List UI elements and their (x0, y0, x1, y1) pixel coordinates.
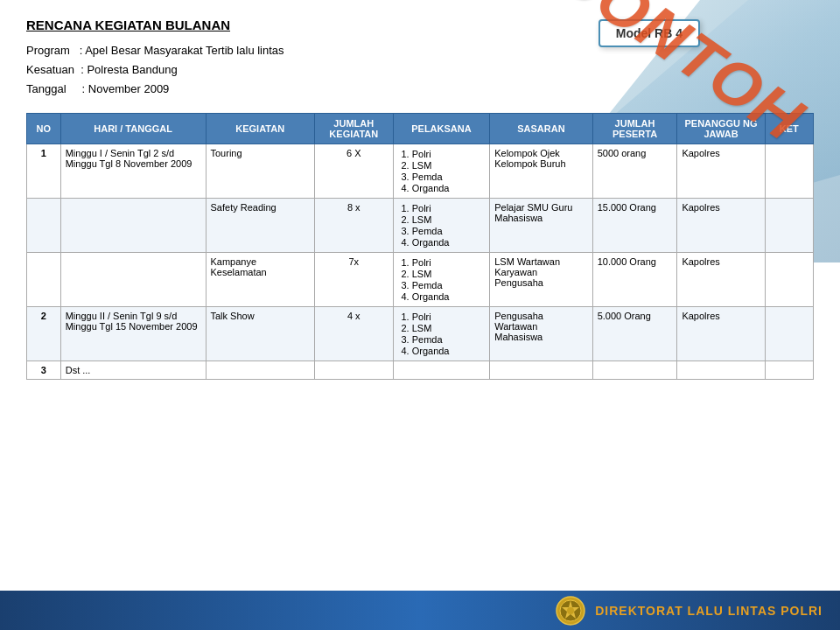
data-table: NO HARI / TANGGAL KEGIATAN JUMLAH KEGIAT… (26, 113, 814, 380)
cell-kegiatan: Safety Reading (206, 199, 314, 253)
cell-penanggung: Kapolres (677, 144, 765, 199)
cell-peserta: 5.000 Orang (592, 307, 677, 361)
cell-no: 3 (27, 361, 61, 380)
police-badge-icon (555, 595, 586, 626)
program-value: Apel Besar Masyarakat Tertib lalu lintas (85, 44, 284, 57)
cell-sasaran (490, 361, 592, 380)
pelaksana-item: Pemda (412, 172, 486, 182)
cell-peserta: 10.000 Orang (592, 253, 677, 307)
pelaksana-item: LSM (412, 214, 486, 225)
cell-sasaran: Kelompok Ojek Kelompok Buruh (490, 144, 592, 199)
col-pelaksana: PELAKSANA (393, 114, 490, 144)
pelaksana-item: LSM (412, 269, 486, 279)
pelaksana-item: LSM (412, 323, 486, 333)
cell-no: 1 (27, 144, 61, 199)
table-row: 2Minggu II / Senin Tgl 9 s/d Minggu Tgl … (27, 307, 814, 361)
cell-sasaran: Pengusaha Wartawan Mahasiswa (490, 307, 592, 361)
cell-peserta (592, 361, 677, 380)
cell-hari (60, 199, 206, 253)
table-row: Kampanye Keselamatan7xPolriLSMPemdaOrgan… (27, 253, 814, 307)
col-sasaran: SASARAN (490, 114, 592, 144)
pelaksana-item: Polri (412, 257, 486, 268)
kesatuan-label: Kesatuan (26, 63, 74, 76)
cell-jumlah: 7x (314, 253, 393, 307)
cell-jumlah (314, 361, 393, 380)
cell-pelaksana: PolriLSMPemdaOrganda (393, 144, 490, 199)
footer-bar: DIREKTORAT LALU LINTAS POLRI (0, 591, 840, 630)
cell-peserta: 15.000 Orang (592, 199, 677, 253)
pelaksana-item: Pemda (412, 334, 486, 345)
table-row: Safety Reading8 xPolriLSMPemdaOrgandaPel… (27, 199, 814, 253)
cell-penanggung (677, 361, 765, 380)
program-label: Program (26, 44, 70, 57)
pelaksana-item: Pemda (412, 280, 486, 290)
cell-jumlah: 8 x (314, 199, 393, 253)
table-row: 1Minggu I / Senin Tgl 2 s/d Minggu Tgl 8… (27, 144, 814, 199)
pelaksana-item: Organda (412, 183, 486, 193)
cell-jumlah: 4 x (314, 307, 393, 361)
table-row: 3Dst ... (27, 361, 814, 380)
cell-penanggung: Kapolres (677, 253, 765, 307)
pelaksana-item: Organda (412, 291, 486, 302)
col-kegiatan: KEGIATAN (206, 114, 314, 144)
col-jumlah: JUMLAH KEGIATAN (314, 114, 393, 144)
cell-ket (765, 307, 813, 361)
svg-point-3 (567, 607, 574, 614)
cell-peserta: 5000 orang (592, 144, 677, 199)
cell-kegiatan: Kampanye Keselamatan (206, 253, 314, 307)
cell-pelaksana: PolriLSMPemdaOrganda (393, 253, 490, 307)
cell-no (27, 199, 61, 253)
cell-pelaksana: PolriLSMPemdaOrganda (393, 307, 490, 361)
cell-penanggung: Kapolres (677, 199, 765, 253)
footer-logo-text: DIREKTORAT LALU LINTAS POLRI (595, 604, 822, 618)
cell-pelaksana: PolriLSMPemdaOrganda (393, 199, 490, 253)
cell-jumlah: 6 X (314, 144, 393, 199)
cell-pelaksana (393, 361, 490, 380)
cell-ket (765, 361, 813, 380)
cell-no: 2 (27, 307, 61, 361)
tanggal-value: November 2009 (88, 82, 170, 95)
pelaksana-item: Polri (412, 203, 486, 214)
pelaksana-item: LSM (412, 160, 486, 171)
cell-penanggung: Kapolres (677, 307, 765, 361)
cell-ket (765, 199, 813, 253)
pelaksana-item: Organda (412, 237, 486, 248)
kesatuan-value: Polresta Bandung (87, 63, 177, 76)
pelaksana-item: Polri (412, 149, 486, 159)
cell-hari: Dst ... (60, 361, 206, 380)
cell-hari: Minggu II / Senin Tgl 9 s/d Minggu Tgl 1… (60, 307, 206, 361)
cell-kegiatan: Talk Show (206, 307, 314, 361)
cell-hari (60, 253, 206, 307)
table-header-row: NO HARI / TANGGAL KEGIATAN JUMLAH KEGIAT… (27, 114, 814, 144)
cell-hari: Minggu I / Senin Tgl 2 s/d Minggu Tgl 8 … (60, 144, 206, 199)
cell-ket (765, 253, 813, 307)
cell-no (27, 253, 61, 307)
col-peserta: JUMLAH PESERTA (592, 114, 677, 144)
cell-sasaran: Pelajar SMU Guru Mahasiswa (490, 199, 592, 253)
col-no: NO (27, 114, 61, 144)
col-hari: HARI / TANGGAL (60, 114, 206, 144)
cell-kegiatan (206, 361, 314, 380)
pelaksana-item: Polri (412, 312, 486, 322)
pelaksana-item: Pemda (412, 226, 486, 236)
cell-kegiatan: Touring (206, 144, 314, 199)
cell-sasaran: LSM Wartawan Karyawan Pengusaha (490, 253, 592, 307)
pelaksana-item: Organda (412, 346, 486, 356)
tanggal-label: Tanggal (26, 82, 66, 95)
